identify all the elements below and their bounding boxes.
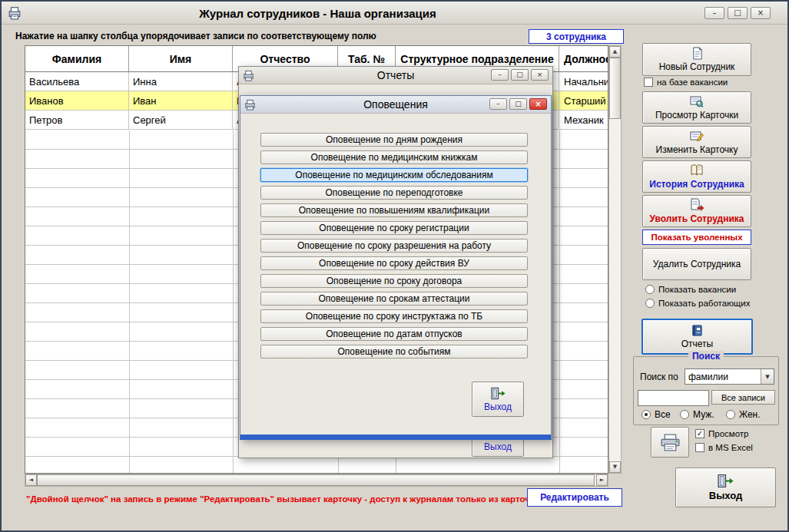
all-records-button[interactable]: Все записи <box>711 390 775 405</box>
alert-qualification-button[interactable]: Оповещение по повышениям квалификации <box>260 203 528 217</box>
filter-female-radio-row[interactable]: Жен. <box>726 409 761 420</box>
alert-vacation-dates-button[interactable]: Оповещение по датам отпусков <box>260 327 528 341</box>
alert-buttons-list: Оповещение по дням рождения Оповещение п… <box>260 133 528 359</box>
cell-surname: Иванов <box>25 91 129 111</box>
preview-checkbox-row[interactable]: ✓ Просмотр <box>695 429 749 438</box>
search-input[interactable] <box>638 390 709 406</box>
close-icon: × <box>537 71 543 78</box>
scroll-left-button[interactable]: ◄ <box>25 474 37 486</box>
edit-mode-button[interactable]: Редактировать <box>527 488 622 507</box>
view-card-button[interactable]: Просмотр Карточки <box>642 91 751 124</box>
employee-history-button[interactable]: История Сотрудника <box>642 160 751 193</box>
filter-all-radio[interactable] <box>641 410 651 419</box>
employee-history-label: История Сотрудника <box>649 179 744 190</box>
show-working-label: Показать работающих <box>658 299 750 308</box>
alert-contract-button[interactable]: Оповещение по сроку договора <box>260 274 528 288</box>
scroll-down-button[interactable]: ▼ <box>609 461 621 473</box>
show-working-radio-row[interactable]: Показать работающих <box>645 299 750 308</box>
horizontal-scroll-thumb[interactable] <box>37 474 595 486</box>
edit-card-label: Изменить Карточку <box>656 144 738 155</box>
maximize-button[interactable]: □ <box>509 98 527 110</box>
alert-driver-license-button[interactable]: Оповещение по сроку действия ВУ <box>260 256 528 270</box>
minimize-button[interactable]: – <box>704 7 724 19</box>
filter-all-radio-row[interactable]: Все <box>641 409 671 420</box>
dismiss-icon <box>690 198 704 212</box>
search-legend: Поиск <box>688 351 724 362</box>
minimize-button[interactable]: – <box>491 69 509 81</box>
dismiss-employee-label: Уволить Сотрудника <box>650 213 744 224</box>
filter-female-label: Жен. <box>739 409 761 420</box>
scroll-up-button[interactable]: ▲ <box>609 46 621 58</box>
vertical-scroll-thumb[interactable] <box>609 58 621 119</box>
column-header-position[interactable]: Должность <box>559 46 608 71</box>
filter-all-label: Все <box>655 409 671 420</box>
exit-icon <box>717 474 734 488</box>
vacancy-base-checkbox-row[interactable]: на базе вакансии <box>644 78 728 87</box>
alert-retraining-button[interactable]: Оповещение по переподготовке <box>260 186 528 200</box>
alert-birthday-button[interactable]: Оповещение по дням рождения <box>260 133 528 147</box>
minimize-button[interactable]: – <box>489 98 507 110</box>
grid-line <box>129 131 130 473</box>
arrow-up-icon: ▲ <box>613 49 617 55</box>
show-dismissed-button[interactable]: Показать уволенных <box>642 230 751 245</box>
vacancy-base-label: на базе вакансии <box>657 78 728 87</box>
search-by-dropdown[interactable]: фамилии ▼ <box>685 368 774 385</box>
alerts-dialog: Оповещения – □ × Оповещение по дням рожд… <box>240 95 552 440</box>
close-icon: × <box>535 101 541 108</box>
preview-label: Просмотр <box>708 429 749 438</box>
column-header-name[interactable]: Имя <box>129 46 233 71</box>
excel-checkbox-row[interactable]: в MS Excel <box>695 443 753 452</box>
alert-medical-exams-button[interactable]: Оповещение по медицинским обследованиям <box>260 168 528 182</box>
maximize-button[interactable]: □ <box>511 69 529 81</box>
view-card-label: Просмотр Карточки <box>655 110 738 121</box>
maximize-icon: □ <box>515 101 522 107</box>
alerts-exit-button[interactable]: Выход <box>472 382 524 417</box>
search-by-label: Поиск по <box>640 372 678 382</box>
vertical-scrollbar[interactable]: ▲ ▼ <box>608 45 622 474</box>
filter-female-radio[interactable] <box>726 410 735 419</box>
chevron-down-icon: ▼ <box>765 374 769 380</box>
main-exit-button[interactable]: Выход <box>675 468 776 507</box>
alerts-exit-label: Выход <box>484 401 512 412</box>
alert-work-permit-button[interactable]: Оповещение по сроку разрешения на работу <box>260 239 528 253</box>
maximize-button[interactable]: □ <box>728 7 748 19</box>
arrow-right-icon: ► <box>600 477 604 483</box>
filter-male-radio[interactable] <box>680 410 689 419</box>
check-icon: ✓ <box>697 430 703 438</box>
alert-attestation-button[interactable]: Оповещение по срокам аттестации <box>260 292 528 306</box>
column-header-surname[interactable]: Фамилия <box>25 46 129 71</box>
double-click-hint: "Двойной щелчок" на запись в режиме "Ред… <box>26 494 540 504</box>
close-icon: × <box>758 9 764 17</box>
edit-card-button[interactable]: Изменить Карточку <box>642 126 751 158</box>
reports-button[interactable]: Отчеты <box>641 319 753 355</box>
new-employee-button[interactable]: Новый Сотрудник <box>642 43 751 76</box>
cell-position: Механик <box>559 111 608 130</box>
close-button[interactable]: × <box>529 98 547 110</box>
alert-registration-button[interactable]: Оповещение по сроку регистрации <box>260 221 528 235</box>
reports-book-icon <box>691 324 704 337</box>
card-edit-icon <box>690 129 704 143</box>
delete-employee-button[interactable]: Удалить Сотрудника <box>642 248 751 280</box>
alert-safety-briefing-button[interactable]: Оповещение по сроку инструктажа по ТБ <box>260 309 528 323</box>
alert-medical-books-button[interactable]: Оповещение по медицинским книжкам <box>260 150 528 164</box>
alerts-dialog-titlebar: Оповещения – □ × <box>240 96 551 114</box>
filter-male-radio-row[interactable]: Муж. <box>680 409 714 420</box>
horizontal-scrollbar[interactable]: ◄ ► <box>25 474 608 487</box>
new-employee-label: Новый Сотрудник <box>659 61 735 72</box>
scroll-right-button[interactable]: ► <box>596 474 608 486</box>
show-working-radio[interactable] <box>645 299 655 308</box>
preview-checkbox[interactable]: ✓ <box>695 429 704 438</box>
vacancy-base-checkbox[interactable] <box>644 78 653 87</box>
close-button[interactable]: × <box>751 7 771 19</box>
show-vacancies-radio[interactable] <box>645 285 655 294</box>
dropdown-arrow-button[interactable]: ▼ <box>761 369 774 384</box>
cell-surname: Васильева <box>25 72 129 91</box>
sort-hint-text: Нажатие на шапку столбца упорядочивает з… <box>15 31 376 41</box>
alert-events-button[interactable]: Оповещение по событиям <box>260 345 528 359</box>
dismiss-employee-button[interactable]: Уволить Сотрудника <box>642 195 751 227</box>
close-button[interactable]: × <box>531 69 549 81</box>
excel-checkbox[interactable] <box>695 443 704 452</box>
cell-name: Инна <box>129 72 233 91</box>
show-vacancies-radio-row[interactable]: Показать вакансии <box>645 285 736 294</box>
print-button[interactable] <box>651 427 689 458</box>
